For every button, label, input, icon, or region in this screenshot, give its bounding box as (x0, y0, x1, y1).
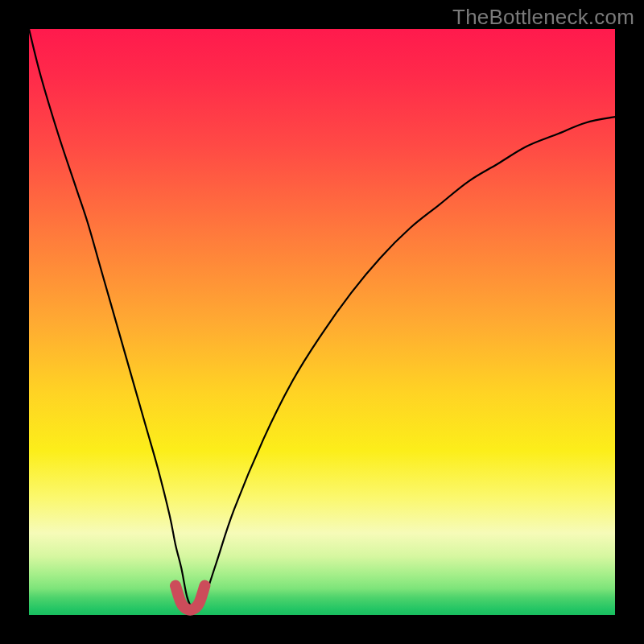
chart-frame: TheBottleneck.com (0, 0, 644, 644)
bottleneck-curve-svg (29, 29, 615, 615)
curve-group (29, 29, 615, 611)
bottleneck-curve (29, 29, 615, 611)
plot-area (29, 29, 615, 615)
watermark-text: TheBottleneck.com (452, 5, 634, 30)
optimal-region-highlight (175, 586, 204, 610)
